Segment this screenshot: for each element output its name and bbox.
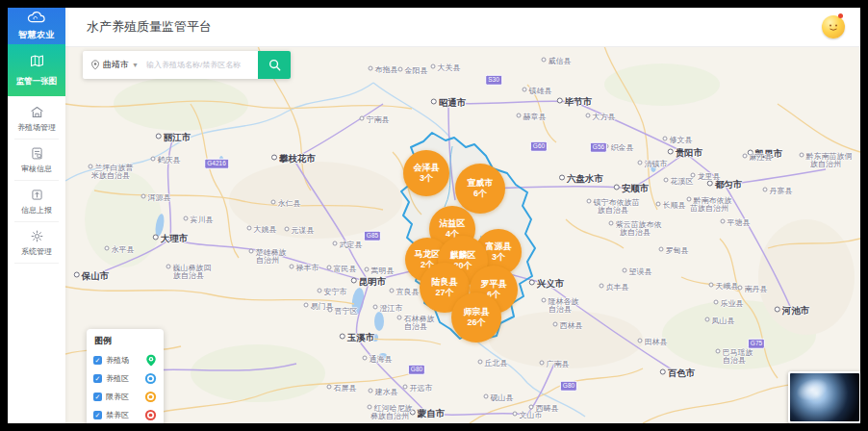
marker-county-name: 沾益区 [440, 218, 466, 229]
marker-county-name: 麒麟区 [450, 250, 476, 261]
marker-county-name: 富源县 [486, 241, 512, 252]
legend-row-breeding-zone: ✓养殖区 [93, 369, 157, 388]
sidebar-nav-list: 养殖场管理审核信息信息上报系统管理 [8, 96, 65, 264]
report-icon [30, 188, 44, 202]
app-logo: 智慧农业 [8, 8, 65, 44]
legend-checkbox-forbidden-zone[interactable]: ✓ [93, 411, 102, 419]
app-window: 智慧农业 监管一张图 养殖场管理审核信息信息上报系统管理 水产养殖质量监管平台 [8, 8, 860, 423]
marker-county-name: 马龙区 [415, 249, 441, 260]
sidebar-item-label: 系统管理 [21, 246, 52, 257]
notification-dot [838, 13, 843, 18]
sidebar-item-label: 审核信息 [21, 164, 52, 174]
marker-county-name: 会泽县 [414, 163, 440, 173]
breeding-zone-icon [144, 372, 157, 385]
satellite-layer-toggle[interactable] [788, 371, 860, 423]
farm-icon [30, 105, 44, 119]
county-marker[interactable]: 宣威市6个 [455, 164, 505, 214]
legend-label: 禁养区 [106, 410, 140, 420]
marker-county-name: 罗平县 [481, 279, 507, 290]
legend-label: 养殖场 [106, 355, 141, 366]
sidebar-active-label: 监管一张图 [16, 76, 58, 88]
selected-city: 曲靖市 [103, 59, 129, 71]
app-logo-label: 智慧农业 [18, 29, 55, 41]
location-pin-icon [90, 60, 100, 70]
sidebar-item-supervision-map[interactable]: 监管一张图 [8, 44, 65, 96]
search-icon [268, 59, 281, 71]
marker-count: 26个 [467, 317, 485, 328]
county-marker[interactable]: 会泽县3个 [403, 150, 449, 196]
legend-checkbox-farm[interactable]: ✓ [93, 356, 102, 365]
sidebar-item-audit-info[interactable]: 审核信息 [14, 139, 59, 181]
legend-label: 限养区 [106, 392, 140, 402]
audit-icon [30, 146, 44, 161]
user-avatar[interactable] [822, 15, 845, 38]
search-button[interactable] [258, 51, 291, 79]
marker-count: 6个 [473, 189, 487, 199]
cloud-logo-icon [26, 11, 47, 28]
legend-checkbox-breeding-zone[interactable]: ✓ [93, 374, 102, 383]
page-title: 水产养殖质量监管平台 [87, 18, 212, 36]
legend-rows: ✓养殖场✓养殖区✓限养区✓禁养区 [93, 351, 157, 423]
legend-title: 图例 [94, 335, 157, 347]
avatar-face-icon [822, 15, 845, 38]
marker-county-name: 陆良县 [432, 277, 458, 288]
restricted-zone-icon [144, 391, 157, 403]
city-selector[interactable]: 曲靖市 ▼ [83, 51, 144, 79]
legend-panel: 图例 ✓养殖场✓养殖区✓限养区✓禁养区 [87, 329, 164, 423]
search-input[interactable] [144, 50, 258, 80]
marker-county-name: 宣威市 [468, 178, 494, 189]
marker-count: 27个 [435, 288, 453, 298]
sidebar-item-farm-management[interactable]: 养殖场管理 [14, 98, 59, 139]
map-icon [29, 53, 45, 73]
chevron-down-icon: ▼ [132, 62, 139, 68]
legend-row-farm: ✓养殖场 [93, 351, 157, 369]
sidebar: 智慧农业 监管一张图 养殖场管理审核信息信息上报系统管理 [8, 8, 65, 423]
marker-county-name: 师宗县 [464, 307, 490, 317]
legend-row-forbidden-zone: ✓禁养区 [93, 406, 157, 423]
gear-icon [30, 229, 44, 243]
farm-icon [145, 354, 157, 367]
screenshot-frame: 智慧农业 监管一张图 养殖场管理审核信息信息上报系统管理 水产养殖质量监管平台 [0, 0, 868, 431]
sidebar-item-label: 信息上报 [21, 205, 52, 216]
marker-count: 3个 [420, 173, 433, 184]
forbidden-zone-icon [144, 409, 157, 421]
map-search-bar: 曲靖市 ▼ [83, 51, 291, 79]
map-canvas[interactable]: 昭通市毕节市贵阳市安顺市六盘水市都匀市凯里市兴义市河池市百色市昆明市玉溪市丽江市… [65, 46, 860, 423]
legend-checkbox-restricted-zone[interactable]: ✓ [93, 393, 102, 401]
legend-label: 养殖区 [106, 373, 140, 384]
sidebar-item-info-report[interactable]: 信息上报 [14, 181, 59, 222]
legend-row-restricted-zone: ✓限养区 [93, 388, 157, 406]
header: 水产养殖质量监管平台 [65, 8, 860, 47]
marker-count: 3个 [492, 252, 505, 263]
sidebar-item-system-management[interactable]: 系统管理 [14, 222, 59, 264]
sidebar-item-label: 养殖场管理 [17, 122, 56, 133]
county-marker[interactable]: 师宗县26个 [451, 292, 501, 342]
